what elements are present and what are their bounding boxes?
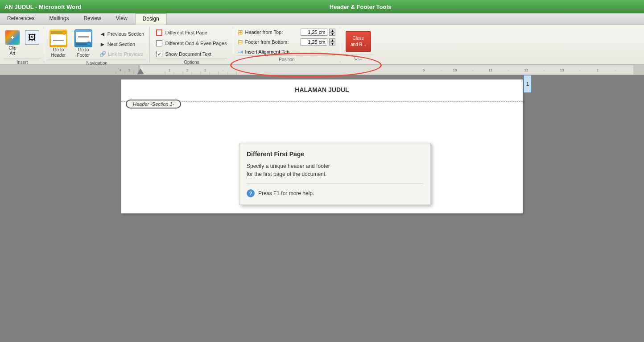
insert-alignment-icon: ⇥: [238, 48, 243, 55]
navigation-group: → Go to Header →: [44, 27, 150, 63]
position-group: ⊞ Header from Top: ▲ ▼ ⊟ Footer from Bot…: [233, 27, 340, 63]
different-odd-even-checkbox[interactable]: [156, 40, 162, 46]
footer-position-icon: ⊟: [238, 38, 243, 46]
link-previous-icon: 🔗: [99, 51, 106, 57]
close-button-label: Closeand R...: [351, 35, 366, 48]
footer-from-bottom-row: ⊟ Footer from Bottom: ▲ ▼: [238, 38, 335, 46]
show-document-text-option[interactable]: Show Document Text: [155, 50, 227, 58]
svg-text:10: 10: [453, 68, 457, 72]
header-spinner[interactable]: ▲ ▼: [329, 29, 335, 36]
svg-text:·: ·: [441, 68, 442, 72]
insert-alignment-tab-row[interactable]: ⇥ Insert Alignment Tab: [238, 48, 335, 55]
picture-icon: 🖼: [25, 30, 39, 45]
footer-from-bottom-input[interactable]: [301, 38, 327, 46]
svg-text:1: 1: [204, 68, 206, 72]
tooltip-title: Different First Page: [247, 150, 423, 158]
svg-text:3: 3: [128, 68, 131, 72]
header-text: HALAMAN JUDUL: [139, 86, 505, 93]
ruler: 4 3 1 2 1 · 9 · 10 · 11: [0, 65, 644, 75]
svg-rect-1: [0, 65, 138, 75]
clip-art-label: ClipArt: [8, 46, 16, 56]
header-from-top-label: Header from Top:: [245, 29, 299, 35]
position-group-label: Position: [238, 55, 335, 62]
svg-text:·: ·: [472, 68, 473, 72]
tab-mailings[interactable]: Mailings: [42, 13, 76, 25]
svg-text:12: 12: [524, 68, 528, 72]
ruler-svg: 4 3 1 2 1 · 9 · 10 · 11: [0, 65, 644, 75]
footer-spin-down[interactable]: ▼: [329, 42, 335, 46]
different-odd-even-label: Different Odd & Even Pages: [165, 41, 227, 46]
svg-text:·: ·: [615, 68, 616, 72]
tab-references[interactable]: References: [0, 13, 42, 25]
link-to-previous-button[interactable]: 🔗 Link to Previous: [98, 50, 146, 58]
svg-text:2: 2: [186, 68, 189, 72]
tab-design[interactable]: Design: [135, 13, 167, 25]
title-bar: AN JUDUL - Microsoft Word Header & Foote…: [0, 0, 644, 13]
document-area: Different First Page Specify a unique he…: [0, 75, 644, 342]
app-container: AN JUDUL - Microsoft Word Header & Foote…: [0, 0, 644, 342]
goto-footer-icon: →: [74, 29, 92, 47]
app-title: AN JUDUL - Microsoft Word: [4, 4, 81, 10]
tooltip-divider: [247, 184, 423, 184]
ribbon: ✦ ClipArt 🖼 Insert: [0, 25, 644, 65]
insert-alignment-tab-label: Insert Alignment Tab: [245, 49, 289, 54]
svg-rect-3: [633, 65, 644, 75]
insert-group-label: Insert: [4, 58, 41, 65]
previous-section-icon: ◄: [99, 30, 106, 38]
help-icon: ?: [247, 189, 255, 197]
options-group: Different First Page Different Odd & Eve…: [150, 27, 233, 63]
header-position-icon: ⊞: [238, 29, 243, 36]
tooltip-popup: Different First Page Specify a unique he…: [239, 143, 431, 205]
svg-text:9: 9: [423, 68, 425, 72]
insert-group: ✦ ClipArt 🖼 Insert: [1, 27, 44, 63]
next-section-button[interactable]: ► Next Section: [98, 40, 146, 49]
tab-view[interactable]: View: [109, 13, 135, 25]
different-first-page-option[interactable]: Different First Page: [155, 29, 227, 37]
goto-header-button[interactable]: → Go to Header: [48, 29, 69, 59]
navigation-group-label: Navigation: [48, 59, 146, 66]
header-from-top-row: ⊞ Header from Top: ▲ ▼: [238, 29, 335, 36]
header-from-top-input[interactable]: [301, 29, 327, 36]
close-group: Closeand R... Cl...: [340, 27, 376, 63]
svg-text:·: ·: [508, 68, 509, 72]
svg-text:·: ·: [223, 68, 223, 72]
tooltip-help: ? Press F1 for more help.: [247, 189, 423, 197]
svg-text:4: 4: [120, 68, 122, 72]
different-first-page-checkbox[interactable]: [156, 29, 162, 36]
tools-title: Header & Footer Tools: [81, 4, 640, 10]
svg-text:·: ·: [544, 68, 545, 72]
header-spin-down[interactable]: ▼: [329, 32, 335, 36]
goto-footer-button[interactable]: → Go to Footer: [73, 29, 94, 59]
show-document-text-checkbox[interactable]: [156, 51, 162, 57]
svg-text:13: 13: [560, 68, 564, 72]
picture-button[interactable]: 🖼: [23, 29, 41, 47]
header-area: HALAMAN JUDUL Header -Section 1-: [121, 79, 523, 102]
clip-art-button[interactable]: ✦ ClipArt: [4, 29, 21, 58]
footer-from-bottom-label: Footer from Bottom:: [245, 39, 299, 45]
close-group-label: Cl...: [344, 54, 372, 61]
navigation-buttons: ◄ Previous Section ► Next Section 🔗 Link…: [98, 29, 146, 59]
options-group-label: Options: [155, 58, 227, 65]
svg-text:1: 1: [169, 68, 171, 72]
scroll-indicator[interactable]: 1: [524, 75, 532, 93]
clip-art-icon: ✦: [5, 30, 20, 45]
different-first-page-label: Different First Page: [165, 30, 207, 35]
svg-text:·: ·: [579, 68, 580, 72]
svg-text:11: 11: [489, 68, 493, 72]
previous-section-button[interactable]: ◄ Previous Section: [98, 29, 146, 38]
tab-review[interactable]: Review: [76, 13, 108, 25]
close-header-footer-button[interactable]: Closeand R...: [346, 31, 371, 52]
show-document-text-label: Show Document Text: [165, 51, 211, 57]
tooltip-description: Specify a unique header and footerfor th…: [247, 162, 423, 178]
next-section-icon: ►: [99, 41, 106, 48]
header-section-label: Header -Section 1-: [126, 100, 181, 108]
tooltip-help-text: Press F1 for more help.: [258, 190, 314, 196]
ribbon-tabs: References Mailings Review View Design: [0, 13, 644, 25]
different-odd-even-option[interactable]: Different Odd & Even Pages: [155, 39, 227, 47]
svg-text:1: 1: [597, 68, 599, 72]
goto-footer-label: Go to Footer: [77, 47, 90, 58]
footer-spinner[interactable]: ▲ ▼: [329, 38, 335, 46]
goto-header-icon: →: [50, 29, 67, 47]
goto-header-label: Go to Header: [51, 47, 66, 58]
header-section-label-container: Header -Section 1-: [126, 100, 181, 108]
